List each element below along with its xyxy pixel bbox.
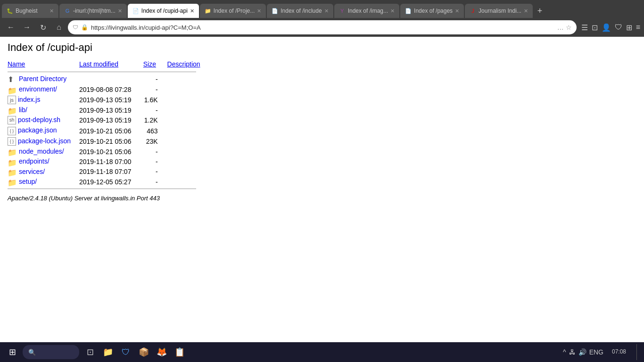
tray-network-icon[interactable]: 🖧 [569, 348, 576, 356]
tab-include[interactable]: 📄 Index of /include ✕ [267, 4, 333, 18]
tab-bar: 🐛 Bugheist ✕ G -inurl:(html|htm... ✕ 📄 I… [0, 0, 644, 18]
entry-date-cell: 2019-10-21 05:06 [77, 136, 141, 147]
taskbar-icon-explorer[interactable]: 📁 [100, 344, 116, 360]
tab-close-cupid[interactable]: ✕ [190, 8, 194, 14]
tab-label-bugheist: Bugheist [16, 8, 47, 14]
col-header-name[interactable]: Name [8, 59, 77, 70]
entry-link[interactable]: endpoints/ [19, 157, 50, 165]
entry-date-cell: 2019-10-21 05:06 [77, 147, 141, 156]
entry-name-cell: 📁lib/ [8, 105, 77, 115]
show-desktop-button[interactable] [636, 344, 640, 360]
tab-close-projects[interactable]: ✕ [257, 8, 261, 14]
taskbar-tray: ^ 🖧 🔊 ENG 07:08 [563, 344, 640, 360]
entry-link[interactable]: post-deploy.sh [18, 116, 60, 123]
entry-size-cell: 23K [141, 136, 165, 147]
tab-favicon-include: 📄 [272, 8, 278, 14]
tab-cupid-api[interactable]: 📄 Index of /cupid-api ✕ [128, 4, 199, 18]
forward-button[interactable]: → [20, 20, 34, 34]
tab-close-google[interactable]: ✕ [118, 8, 122, 14]
reload-button[interactable]: ↻ [36, 20, 50, 34]
entry-link[interactable]: index.js [18, 96, 40, 103]
col-header-size[interactable]: Size [141, 59, 165, 70]
entry-link[interactable]: environment/ [19, 85, 57, 93]
entry-desc-cell [165, 125, 206, 136]
tab-label-pages: Index of /pages [414, 8, 453, 14]
entry-link[interactable]: package-lock.json [18, 137, 71, 145]
directory-table: Name Last modified Size Description ⬆Par… [8, 59, 206, 191]
entry-size-cell: - [141, 105, 165, 115]
taskbar-clock[interactable]: 07:08 [607, 348, 631, 356]
address-bar-input[interactable] [91, 24, 554, 31]
taskbar-icon-defender[interactable]: 🛡 [118, 344, 134, 360]
tab-close-journalism[interactable]: ✕ [524, 8, 528, 14]
taskbar-icon-notes[interactable]: 📋 [172, 344, 188, 360]
folder-icon: 📁 [8, 178, 17, 186]
tray-volume-icon[interactable]: 🔊 [578, 348, 586, 356]
entry-date-cell [77, 74, 141, 84]
home-button[interactable]: ⌂ [52, 20, 66, 34]
entry-size-cell: - [141, 147, 165, 156]
table-row: shpost-deploy.sh2019-09-13 05:191.2K [8, 115, 206, 125]
menu-icon[interactable]: ≡ [636, 23, 640, 32]
entry-date-cell: 2019-11-18 07:07 [77, 167, 141, 177]
tab-pages[interactable]: 📄 Index of /pages ✕ [400, 4, 464, 18]
folder-icon: 📁 [8, 148, 17, 156]
extension-shield-icon[interactable]: 🛡 [615, 23, 622, 32]
tab-close-bugheist[interactable]: ✕ [50, 8, 54, 14]
profile-icon[interactable]: 👤 [602, 23, 611, 32]
entry-link[interactable]: lib/ [19, 106, 27, 114]
sidebar-icon[interactable]: ☰ [581, 23, 588, 32]
taskbar-icon-firefox[interactable]: 🦊 [154, 344, 170, 360]
entry-desc-cell [165, 115, 206, 125]
folder-icon: 📁 [8, 158, 17, 166]
bookmark-icon[interactable]: ☆ [566, 24, 572, 31]
file-json-icon: { } [8, 127, 16, 135]
tab-google[interactable]: G -inurl:(html|htm... ✕ [59, 4, 127, 18]
folder-icon: 📁 [8, 168, 17, 176]
entry-link[interactable]: services/ [19, 168, 45, 175]
entry-date-cell: 2019-12-05 05:27 [77, 177, 141, 187]
extensions-icon[interactable]: … [557, 24, 564, 31]
tab-projects[interactable]: 📁 Index of /Proje... ✕ [200, 4, 266, 18]
entry-link-parent[interactable]: Parent Directory [19, 75, 66, 82]
extensions-grid-icon[interactable]: ⊞ [626, 23, 632, 32]
table-row: 📁node_modules/2019-10-21 05:06- [8, 147, 206, 156]
tab-bugheist[interactable]: 🐛 Bugheist ✕ [2, 4, 58, 18]
tray-chevron-icon[interactable]: ^ [563, 348, 566, 356]
entry-link[interactable]: node_modules/ [19, 148, 64, 155]
tab-close-images[interactable]: ✕ [390, 8, 395, 14]
col-header-description[interactable]: Description [165, 59, 206, 70]
folder-icon: 📁 [8, 86, 17, 94]
entry-name-cell: 📁endpoints/ [8, 156, 77, 166]
entry-date-cell: 2019-10-21 05:06 [77, 125, 141, 136]
entry-size-cell: 1.6K [141, 95, 165, 105]
file-json-icon: { } [8, 137, 16, 146]
new-tab-button[interactable]: + [534, 4, 546, 18]
table-row: 📁lib/2019-09-13 05:19- [8, 105, 206, 115]
taskbar-time: 07:08 [612, 348, 626, 356]
entry-link[interactable]: package.json [18, 126, 57, 134]
taskbar-icon-store[interactable]: 📦 [136, 344, 152, 360]
taskbar-search[interactable]: 🔍 [23, 345, 79, 359]
tab-journalism[interactable]: J Journalism Indi... ✕ [465, 4, 533, 18]
table-row: jsindex.js2019-09-13 05:191.6K [8, 95, 206, 105]
entry-name-cell: ⬆Parent Directory [8, 74, 77, 84]
tray-language[interactable]: ENG [589, 348, 603, 356]
back-button[interactable]: ← [4, 20, 18, 34]
col-header-modified[interactable]: Last modified [77, 59, 141, 70]
lock-icon: 🔒 [81, 24, 88, 31]
entry-size-cell: - [141, 167, 165, 177]
entry-size-cell: 1.2K [141, 115, 165, 125]
tab-images[interactable]: Y Index of /imag... ✕ [334, 4, 399, 18]
file-sh-icon: sh [8, 116, 16, 124]
table-row: 📁setup/2019-12-05 05:27- [8, 177, 206, 187]
tab-close-include[interactable]: ✕ [324, 8, 329, 14]
tab-view-icon[interactable]: ⊡ [592, 23, 598, 32]
tab-close-pages[interactable]: ✕ [455, 8, 459, 14]
tab-label-cupid: Index of /cupid-api [141, 8, 188, 14]
entry-date-cell: 2019-11-18 07:00 [77, 156, 141, 166]
start-button[interactable]: ⊞ [4, 344, 21, 361]
taskbar-icon-taskview[interactable]: ⊡ [82, 344, 98, 360]
tab-label-journalism: Journalism Indi... [479, 8, 521, 14]
entry-link[interactable]: setup/ [19, 178, 37, 185]
